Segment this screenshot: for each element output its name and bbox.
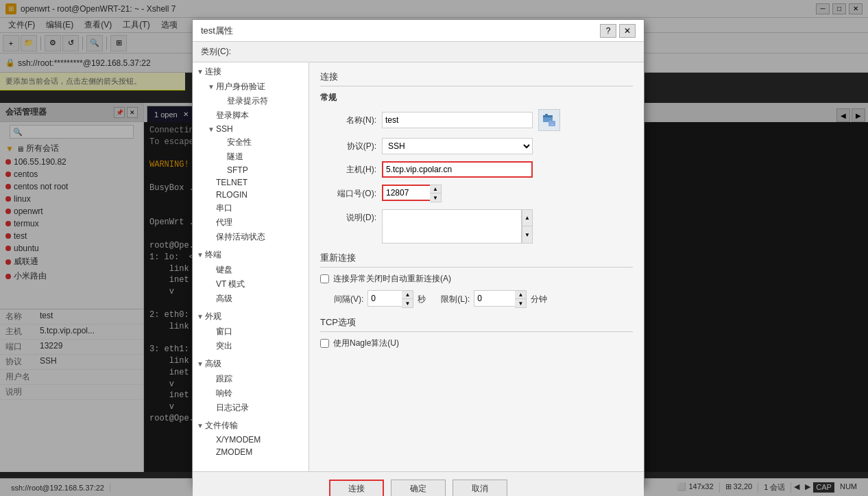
tcp-checkbox-label: 使用Nagle算法(U) [333,338,399,349]
tcp-checkbox-row: 使用Nagle算法(U) [320,338,633,349]
category-label: 类别(C): [193,42,644,62]
form-group-protocol: 协议(P): SSH TELNET RLOGIN SFTP [320,138,633,154]
tree-node-xymodem[interactable]: X/YMODEM [193,434,309,446]
dialog-title-buttons: ? ✕ [600,24,636,38]
tree-node-bell[interactable]: 响铃 [193,386,309,401]
tree-node-highlight[interactable]: 突出 [193,339,309,353]
port-spin-up[interactable]: ▲ [430,185,441,193]
tree-node-advanced-term[interactable]: 高级 [193,292,309,306]
dialog-close-button[interactable]: ✕ [619,24,636,38]
tree-node-rlogin[interactable]: RLOGIN [193,189,309,201]
tree-node-auth[interactable]: ▼ 用户身份验证 [193,80,309,94]
browse-icon[interactable]: → [538,109,560,131]
reconnect-section: 重新连接 连接异常关闭时自动重新连接(A) 间隔(V): ▲ ▼ 秒 [320,252,633,308]
svg-rect-2 [545,114,548,116]
form-group-host: 主机(H): [320,161,633,178]
tree-node-telnet[interactable]: TELNET [193,176,309,189]
desc-scroll-down[interactable]: ▼ [522,226,533,244]
limit-input[interactable] [474,290,515,307]
tree-node-zmodem[interactable]: ZMODEM [193,446,309,458]
svg-text:→: → [550,122,554,126]
desc-label: 说明(D): [320,209,382,224]
dialog-footer: 连接 确定 取消 [193,471,644,496]
name-input[interactable] [382,112,533,128]
desc-scroll-up[interactable]: ▲ [522,209,533,226]
cancel-button[interactable]: 取消 [453,480,507,497]
limit-spin-up[interactable]: ▲ [515,291,526,299]
limit-spin-down[interactable]: ▼ [515,299,526,307]
port-spinner: ▲ ▼ [430,185,442,202]
tree-node-connect[interactable]: ▼ 连接 ▼ 用户身份验证 登录提示符 登录脚本 [193,62,309,246]
limit-spinner: ▲ ▼ [515,290,527,308]
tree-node-security[interactable]: 安全性 [193,135,309,150]
tree-node-ssh[interactable]: ▼ SSH [193,123,309,135]
dialog-body: ▼ 连接 ▼ 用户身份验证 登录提示符 登录脚本 [193,62,644,471]
interval-input[interactable] [367,290,402,307]
desc-textarea[interactable] [382,209,522,244]
tcp-title: TCP选项 [320,316,633,332]
properties-dialog: test属性 ? ✕ 类别(C): ▼ 连接 ▼ 用户身份验证 [192,19,644,486]
tree-panel: ▼ 连接 ▼ 用户身份验证 登录提示符 登录脚本 [193,62,309,471]
desc-container: ▲ ▼ [382,209,533,244]
tcp-section: TCP选项 使用Nagle算法(U) [320,316,633,349]
host-input[interactable] [382,161,533,178]
tree-node-vt[interactable]: VT 模式 [193,277,309,292]
name-label: 名称(N): [320,115,382,126]
tree-node-login-prompt[interactable]: 登录提示符 [193,94,309,108]
expand-connect: ▼ [195,68,205,75]
reconnect-checkbox-row: 连接异常关闭时自动重新连接(A) [320,273,633,285]
tree-node-serial[interactable]: 串口 [193,201,309,215]
section-connect-title: 连接 [320,71,633,86]
interval-input-wrapper: ▲ ▼ [367,290,413,308]
reconnect-checkbox-label: 连接异常关闭时自动重新连接(A) [333,273,451,285]
dialog-title: test属性 [201,25,233,37]
form-group-name: 名称(N): → [320,109,633,131]
interval-label: 间隔(V): [334,294,363,305]
port-input[interactable] [382,185,430,201]
reconnect-checkbox[interactable] [320,274,329,283]
svg-rect-1 [543,115,553,117]
protocol-select[interactable]: SSH TELNET RLOGIN SFTP [382,138,533,154]
tree-node-sftp[interactable]: SFTP [193,164,309,176]
reconnect-title: 重新连接 [320,252,633,268]
tree-node-proxy[interactable]: 代理 [193,215,309,230]
tree-node-keyboard[interactable]: 键盘 [193,263,309,277]
form-group-port: 端口号(O): ▲ ▼ [320,185,633,202]
tree-node-logging[interactable]: 日志记录 [193,401,309,415]
auth-label: 用户身份验证 [216,81,265,93]
subsection-normal-title: 常规 [320,92,633,104]
tree-node-trace[interactable]: 跟踪 [193,372,309,386]
form-group-desc: 说明(D): ▲ ▼ [320,209,633,244]
limit-unit: 分钟 [531,294,547,305]
dialog-help-button[interactable]: ? [600,24,616,38]
tree-node-filetransfer[interactable]: ▼ 文件传输 X/YMODEM ZMODEM [193,416,309,460]
expand-auth: ▼ [206,83,216,91]
connect-button[interactable]: 连接 [329,480,384,497]
interval-spin-up[interactable]: ▲ [402,291,413,299]
limit-input-wrapper: ▲ ▼ [474,290,527,308]
connect-label: 连接 [205,66,221,78]
tree-node-keepalive[interactable]: 保持活动状态 [193,230,309,244]
limit-label: 限制(L): [441,294,470,305]
content-panel: 连接 常规 名称(N): → 协议(P) [309,62,644,471]
interval-spinner: ▲ ▼ [402,290,413,308]
tree-node-appearance[interactable]: ▼ 外观 窗口 突出 [193,307,309,355]
port-label: 端口号(O): [320,188,382,200]
tree-node-tunnel[interactable]: 隧道 [193,150,309,164]
host-label: 主机(H): [320,164,382,176]
ok-button[interactable]: 确定 [391,480,446,497]
dialog-title-bar: test属性 ? ✕ [193,20,644,42]
tree-node-advanced[interactable]: ▼ 高级 跟踪 响铃 日志记录 [193,355,309,416]
protocol-label: 协议(P): [320,141,382,152]
tcp-checkbox[interactable] [320,339,329,348]
port-wrapper: ▲ ▼ [382,185,442,202]
tree-node-window[interactable]: 窗口 [193,324,309,339]
port-spin-down[interactable]: ▼ [430,193,441,202]
interval-spin-down[interactable]: ▼ [402,299,413,307]
interval-unit: 秒 [418,294,426,305]
tree-node-terminal[interactable]: ▼ 终端 键盘 VT 模式 高级 [193,246,309,307]
tree-node-login-script[interactable]: 登录脚本 [193,108,309,123]
interval-row: 间隔(V): ▲ ▼ 秒 限制(L): ▲ ▼ [320,290,633,308]
